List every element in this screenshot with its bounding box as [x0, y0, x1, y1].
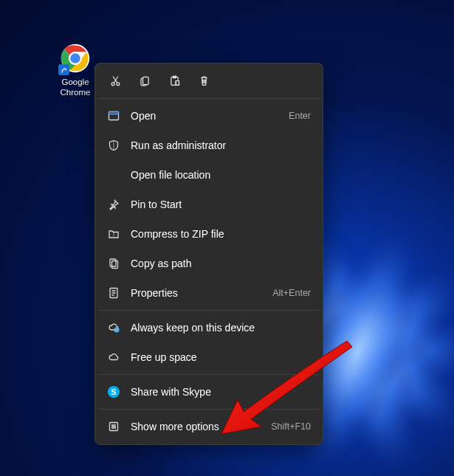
chrome-icon	[60, 43, 91, 74]
separator	[98, 310, 320, 311]
shortcut-overlay-icon	[58, 64, 69, 75]
separator	[98, 98, 320, 99]
menu-item-compress-zip[interactable]: Compress to ZIP file	[98, 219, 320, 249]
desktop-shortcut-label: Google Chrome	[53, 77, 97, 98]
svg-rect-17	[112, 261, 118, 269]
svg-rect-10	[142, 77, 148, 84]
menu-item-always-keep[interactable]: Always keep on this device	[98, 313, 320, 342]
cloud-sync-icon	[107, 321, 120, 334]
copy-button[interactable]	[132, 69, 157, 92]
paste-button[interactable]	[162, 69, 187, 92]
menu-item-accel: Shift+F10	[271, 421, 311, 432]
svg-rect-16	[110, 259, 116, 266]
blank-icon	[107, 168, 120, 182]
shield-icon	[107, 139, 120, 152]
context-menu: Open Enter Run as administrator Open fil…	[94, 63, 323, 445]
menu-item-label: Compress to ZIP file	[131, 228, 311, 240]
properties-icon	[107, 286, 120, 300]
svg-rect-15	[109, 112, 119, 114]
menu-item-label: Show more options	[131, 421, 261, 432]
menu-item-label: Pin to Start	[131, 199, 311, 210]
menu-item-accel: Enter	[289, 111, 311, 121]
zip-icon	[107, 227, 120, 241]
cut-button[interactable]	[103, 69, 128, 92]
menu-item-show-more-options[interactable]: Show more options Shift+F10	[98, 412, 320, 441]
separator	[98, 409, 320, 410]
menu-item-properties[interactable]: Properties Alt+Enter	[98, 278, 320, 308]
menu-item-label: Free up space	[131, 351, 311, 363]
menu-item-run-as-admin[interactable]: Run as administrator	[98, 131, 320, 160]
quick-action-row	[98, 66, 320, 96]
svg-rect-14	[109, 112, 119, 120]
menu-item-open[interactable]: Open Enter	[98, 101, 320, 131]
menu-item-label: Run as administrator	[131, 139, 311, 151]
pin-icon	[107, 198, 120, 211]
menu-item-label: Open	[131, 110, 278, 122]
skype-icon: S	[107, 385, 120, 399]
separator	[98, 374, 320, 375]
menu-item-free-up-space[interactable]: Free up space	[98, 342, 320, 372]
menu-item-copy-as-path[interactable]: Copy as path	[98, 249, 320, 278]
menu-item-label: Properties	[131, 287, 262, 299]
window-icon	[107, 109, 120, 123]
menu-item-label: Share with Skype	[131, 386, 311, 398]
svg-point-8	[111, 82, 114, 85]
delete-button[interactable]	[191, 69, 216, 92]
svg-point-9	[116, 82, 119, 85]
menu-item-label: Copy as path	[131, 258, 311, 269]
menu-item-accel: Alt+Enter	[272, 288, 311, 298]
desktop-shortcut-chrome[interactable]: Google Chrome	[53, 43, 97, 98]
menu-item-share-skype[interactable]: S Share with Skype	[98, 377, 320, 407]
menu-item-pin-to-start[interactable]: Pin to Start	[98, 190, 320, 219]
menu-item-open-file-location[interactable]: Open file location	[98, 160, 320, 190]
more-icon	[107, 420, 120, 433]
menu-item-label: Always keep on this device	[131, 322, 311, 334]
cloud-icon	[107, 351, 120, 364]
copypath-icon	[107, 257, 120, 270]
menu-item-label: Open file location	[131, 169, 311, 181]
